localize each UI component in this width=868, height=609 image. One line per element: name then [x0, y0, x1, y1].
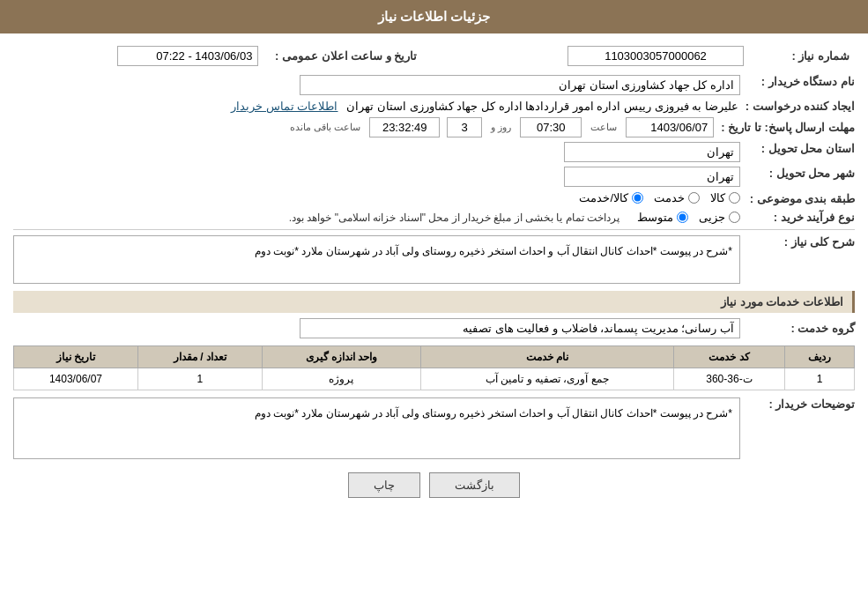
delivery-province-label: استان محل تحویل : [740, 142, 855, 155]
general-desc-label: شرح کلی نیاز : [740, 235, 855, 249]
category-radio-group: کالا خدمت کالا/خدمت [579, 191, 740, 204]
process-medium-radio[interactable] [677, 212, 688, 223]
deadline-time-label: ساعت [590, 122, 617, 133]
page-header: جزئیات اطلاعات نیاز [0, 0, 868, 33]
delivery-city-value: تهران [564, 167, 740, 187]
contact-info-link[interactable]: اطلاعات تماس خریدار [231, 100, 338, 113]
col-service-code: کد خدمت [673, 346, 785, 368]
col-date: تاریخ نیاز [14, 346, 138, 368]
process-medium[interactable]: متوسط [637, 211, 688, 224]
service-group-value: آب رسانی؛ مدیریت پسماند، فاضلاب و فعالیت… [300, 318, 740, 338]
category-goods[interactable]: کالا [710, 191, 740, 204]
general-desc-value: *شرح در پیوست *احداث کانال انتقال آب و ا… [13, 235, 740, 284]
process-medium-label: متوسط [637, 211, 673, 224]
services-table: ردیف کد خدمت نام خدمت واحد اندازه گیری ت… [13, 345, 855, 390]
services-section-title: اطلاعات خدمات مورد نیاز [13, 291, 855, 313]
need-number-value: 1103003057000062 [568, 46, 744, 66]
category-goods-radio[interactable] [729, 192, 740, 204]
page-title: جزئیات اطلاعات نیاز [378, 9, 490, 24]
service-group-label: گروه خدمت : [740, 322, 855, 335]
buyer-desc-label: توضیحات خریدار : [740, 397, 855, 411]
deadline-remaining-label: ساعت باقی مانده [290, 122, 360, 133]
announce-label: تاریخ و ساعت اعلان عمومی : [263, 42, 422, 70]
category-service-label: خدمت [654, 191, 685, 204]
button-group: بازگشت چاپ [13, 472, 855, 498]
category-goods-service-label: کالا/خدمت [579, 191, 628, 204]
col-service-name: نام خدمت [421, 346, 673, 368]
deadline-label: مهلت ارسال پاسخ: تا تاریخ : [714, 121, 855, 134]
category-service[interactable]: خدمت [654, 191, 700, 204]
buyer-name-value: اداره کل جهاد کشاورزی استان تهران [300, 75, 740, 95]
deadline-remaining: 23:32:49 [369, 117, 440, 137]
process-label: نوع فرآیند خرید : [740, 211, 855, 224]
process-partial-radio[interactable] [729, 212, 740, 223]
deadline-date: 1403/06/07 [626, 117, 714, 137]
category-label: طبقه بندی موضوعی : [740, 192, 855, 205]
col-row-num: ردیف [785, 346, 855, 368]
buyer-desc-value: *شرح در پیوست *احداث کانال انتقال آب و ا… [13, 397, 740, 459]
deadline-day-label: روز و [491, 122, 511, 133]
back-button[interactable]: بازگشت [429, 472, 520, 498]
category-goods-label: کالا [710, 191, 725, 204]
creator-value: علیرضا به فیروزی رییس اداره امور قرارداد… [346, 100, 738, 113]
table-row: 1ت-36-360جمع آوری، تصفیه و تامین آبپروژه… [14, 368, 855, 390]
delivery-city-label: شهر محل تحویل : [740, 167, 855, 180]
col-qty: تعداد / مقدار [137, 346, 262, 368]
print-button[interactable]: چاپ [348, 472, 420, 498]
deadline-time: 07:30 [520, 117, 582, 137]
announce-value: 1403/06/03 - 07:22 [117, 46, 258, 66]
process-partial[interactable]: جزیی [699, 211, 740, 224]
process-radio-group: جزیی متوسط [637, 211, 740, 224]
col-unit: واحد اندازه گیری [262, 346, 420, 368]
category-goods-service[interactable]: کالا/خدمت [579, 191, 643, 204]
divider-1 [13, 229, 855, 230]
delivery-province-value: تهران [564, 142, 740, 162]
deadline-days: 3 [447, 117, 482, 137]
creator-label: ایجاد کننده درخواست : [738, 100, 855, 113]
process-partial-label: جزیی [699, 211, 725, 224]
category-goods-service-radio[interactable] [632, 192, 643, 204]
process-note: پرداخت تمام یا بخشی از مبلغ خریدار از مح… [289, 212, 619, 224]
buyer-name-label: نام دستگاه خریدار : [740, 75, 855, 88]
need-number-label: شماره نیاز : [749, 42, 855, 70]
category-service-radio[interactable] [688, 192, 700, 204]
